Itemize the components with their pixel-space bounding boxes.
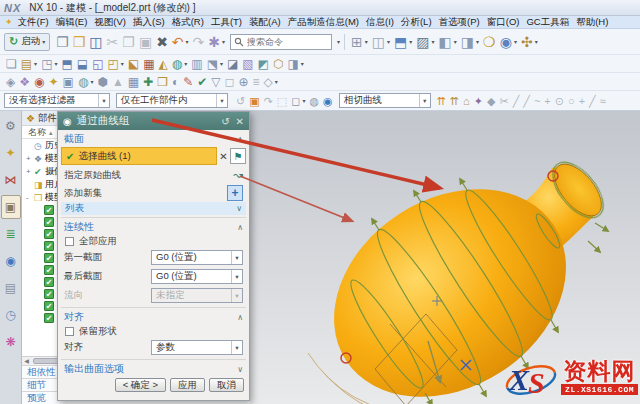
resource-bar-icon[interactable]: ❋ [1, 330, 21, 354]
selection-tool-icon[interactable]: ◍ [307, 94, 321, 108]
start-button[interactable]: ↻ 启动 [4, 33, 50, 51]
snap-point-icon[interactable]: ✂ [497, 94, 510, 108]
chevron-down-icon[interactable] [337, 38, 340, 45]
view-toolbar-icon[interactable]: ◫ [370, 32, 392, 52]
ok-button[interactable]: < 确定 > [115, 378, 166, 392]
surface-toolbar-icon[interactable]: ❒ [155, 74, 170, 90]
snap-point-icon[interactable]: ⌂ [461, 94, 472, 108]
feature-toolbar-icon[interactable]: ▦ [141, 56, 156, 72]
selection-tool-icon[interactable]: ◉ [321, 94, 335, 108]
surface-toolbar-icon[interactable]: ◐ [170, 74, 181, 90]
collapse-icon[interactable] [237, 313, 243, 322]
resource-bar-icon[interactable]: ◉ [1, 249, 21, 273]
preserve-shape-checkbox-row[interactable]: 保留形状 [58, 324, 249, 338]
feature-toolbar-icon[interactable]: ◰ [106, 56, 126, 72]
toolbar-icon[interactable]: ▣ [137, 32, 154, 52]
checkbox-checked-icon[interactable]: ✔ [44, 301, 54, 311]
dialog-title-bar[interactable]: ◉ 通过曲线组 ↺ ✕ [58, 112, 249, 130]
expand-icon[interactable] [236, 204, 242, 213]
last-section-dropdown[interactable]: G0 (位置) [151, 269, 243, 284]
feature-toolbar-icon[interactable]: ◪ [225, 56, 240, 72]
snap-point-icon[interactable]: ⊙ [553, 94, 566, 108]
toolbar-icon[interactable]: ❐ [54, 32, 71, 52]
command-search[interactable] [230, 34, 332, 50]
menu-item[interactable]: 编辑(E) [56, 16, 88, 29]
toolbar-icon[interactable]: ↷ [191, 32, 207, 52]
toolbar-icon[interactable]: ❒ [71, 32, 88, 52]
menu-item[interactable]: 插入(S) [133, 16, 165, 29]
surface-toolbar-icon[interactable]: ◈ [4, 74, 17, 90]
menu-item[interactable]: 首选项(P) [439, 16, 480, 29]
snap-point-icon[interactable]: ◆ [485, 94, 497, 108]
feature-toolbar-icon[interactable]: ▥ [189, 56, 204, 72]
menu-item[interactable]: 分析(L) [401, 16, 432, 29]
feature-toolbar-icon[interactable]: ⬕ [126, 56, 141, 72]
selection-tool-icon[interactable]: ↺ [234, 94, 247, 108]
feature-toolbar-icon[interactable]: ◨ [286, 56, 306, 72]
expand-icon[interactable] [237, 365, 243, 374]
output-surface-group-header[interactable]: 输出曲面选项 [58, 362, 249, 376]
snap-point-icon[interactable]: ⇈ [435, 94, 448, 108]
view-toolbar-icon[interactable]: ▨ [414, 32, 436, 52]
menu-item[interactable]: 帮助(H) [576, 16, 608, 29]
checkbox-checked-icon[interactable]: ✔ [44, 277, 54, 287]
toolbar-icon[interactable]: ✂ [105, 32, 121, 52]
menu-item[interactable]: 窗口(O) [487, 16, 520, 29]
feature-toolbar-icon[interactable]: ◳ [39, 56, 59, 72]
resource-bar-icon[interactable]: ⚙ [1, 114, 21, 138]
section-group-header[interactable]: 截面 [58, 132, 249, 146]
menu-item[interactable]: 工具(T) [211, 16, 242, 29]
dialog-close-icon[interactable]: ✕ [236, 116, 244, 127]
snap-point-icon[interactable]: + [577, 94, 587, 108]
resource-bar-icon[interactable]: ⋈ [1, 168, 21, 192]
tree-expander[interactable]: + [26, 154, 34, 163]
snap-point-icon[interactable]: ~ [532, 94, 542, 108]
alignment-group-header[interactable]: 对齐 [58, 310, 249, 324]
select-curve-field[interactable]: ✔ 选择曲线 (1) [61, 147, 217, 165]
continuity-group-header[interactable]: 连续性 [58, 220, 249, 234]
surface-toolbar-icon[interactable]: ✔ [195, 74, 209, 90]
tree-expander[interactable]: + [26, 167, 34, 176]
surface-toolbar-icon[interactable]: ◇ [262, 74, 280, 90]
surface-toolbar-icon[interactable]: ⬢ [95, 74, 109, 90]
selection-tool-icon[interactable]: ⬚ [275, 94, 289, 108]
surface-toolbar-icon[interactable]: ▲ [110, 74, 126, 90]
resource-bar-icon[interactable]: ◷ [1, 303, 21, 327]
surface-toolbar-icon[interactable]: ≡ [251, 74, 262, 90]
view-toolbar-icon[interactable]: ◉ [498, 32, 519, 52]
checkbox-checked-icon[interactable]: ✔ [44, 313, 54, 323]
collapse-icon[interactable] [237, 135, 243, 144]
feature-toolbar-icon[interactable]: ❏ [4, 56, 19, 72]
toolbar-icon[interactable]: ✖ [154, 32, 170, 52]
feature-toolbar-icon[interactable]: ▧ [240, 56, 255, 72]
curve-rule-dropdown[interactable]: 相切曲线 [339, 93, 431, 108]
snap-point-icon[interactable]: ╱ [511, 94, 522, 108]
checkbox-checked-icon[interactable]: ✔ [44, 265, 54, 275]
snap-point-icon[interactable]: ⇈ [448, 94, 461, 108]
checkbox-checked-icon[interactable]: ✔ [44, 205, 54, 215]
snap-point-icon[interactable]: ≈ [598, 94, 608, 108]
menu-item[interactable]: 视图(V) [94, 16, 126, 29]
selection-tool-icon[interactable]: ▣ [247, 94, 261, 108]
snap-point-icon[interactable]: ╱ [587, 94, 598, 108]
menu-item[interactable]: 装配(A) [249, 16, 281, 29]
search-input[interactable] [247, 37, 321, 47]
selection-tool-icon[interactable]: ↷ [262, 94, 275, 108]
cancel-button[interactable]: 取消 [209, 378, 244, 392]
selection-tool-icon[interactable]: ◻ [289, 94, 307, 108]
feature-toolbar-icon[interactable]: ◱ [90, 56, 105, 72]
graphics-viewport[interactable]: X S 资料网 ZL.XS1616.COM [250, 111, 640, 404]
surface-toolbar-icon[interactable]: ✦ [46, 74, 60, 90]
tree-expander[interactable]: - [26, 193, 34, 202]
menu-item[interactable]: 产品制造信息(M) [288, 16, 359, 29]
resource-bar-icon[interactable]: ✦ [1, 141, 21, 165]
feature-toolbar-icon[interactable]: ◍ [170, 56, 190, 72]
snap-point-icon[interactable]: + [542, 94, 552, 108]
apply-all-checkbox-row[interactable]: 全部应用 [58, 234, 249, 248]
checkbox-checked-icon[interactable]: ✔ [44, 253, 54, 263]
snap-point-icon[interactable]: ○ [566, 94, 577, 108]
surface-toolbar-icon[interactable]: ▽ [209, 74, 222, 90]
selection-scope-dropdown[interactable]: 仅在工作部件内 [116, 93, 228, 108]
surface-toolbar-icon[interactable]: ◻ [223, 74, 237, 90]
curve-flag-icon[interactable]: ⚑ [230, 148, 246, 164]
